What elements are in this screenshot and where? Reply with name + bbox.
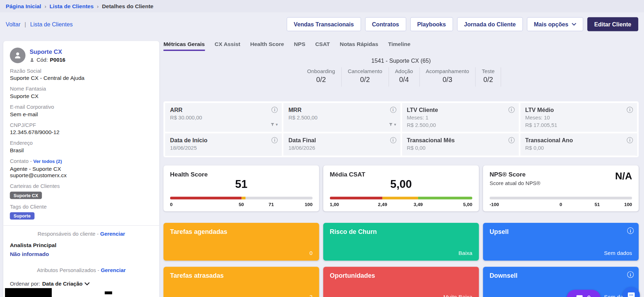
stage-label: Teste <box>482 68 495 74</box>
field-label: E-mail Corporativo <box>10 104 153 110</box>
info-icon[interactable]: i <box>508 107 514 113</box>
stage-label: Adoção <box>395 68 413 74</box>
card-tarefas-agendadas[interactable]: Tarefas agendadas 0 <box>163 223 319 261</box>
info-icon[interactable]: i <box>390 107 396 113</box>
mais-opcoes-button[interactable]: Mais opções <box>527 17 583 31</box>
filter-icon[interactable]: ▾ <box>389 122 396 127</box>
tab-timeline[interactable]: Timeline <box>388 41 411 51</box>
info-icon[interactable]: i <box>508 137 514 143</box>
stage-onboarding: Onboarding 0/2 <box>301 67 342 87</box>
gauge-title: NPS® Score <box>490 171 632 178</box>
metric-label: LTV Cliente <box>407 107 514 113</box>
tab-nps[interactable]: NPS <box>294 41 305 51</box>
metric-data-inicio: Data de Início 18/06/2025 i <box>165 133 282 155</box>
metric-label: Data Final <box>288 137 395 143</box>
field-label: CNPJ/CPF <box>10 122 153 128</box>
metric-label: MRR <box>288 107 395 113</box>
breadcrumb: Página Inicial › Lista de Clientes › Det… <box>0 0 644 12</box>
chat-launcher-button[interactable] <box>567 290 600 297</box>
metric-value: R$ 0,00 <box>407 145 514 151</box>
card-downsell[interactable]: Downsell i Sem dados <box>483 267 639 297</box>
gauge-tick: 1,00 <box>330 202 339 207</box>
breadcrumb-link-client-list[interactable]: Lista de Clientes <box>50 3 94 9</box>
info-icon[interactable]: i <box>627 137 633 143</box>
metric-value: R$ 17.005,51 <box>525 122 632 128</box>
metric-label: Transacional Ano <box>525 137 632 143</box>
stage-value: 0/2 <box>482 76 495 84</box>
analyst-value[interactable]: Não informado <box>10 251 153 257</box>
custom-attributes-manage-link[interactable]: Gerenciar <box>101 267 126 273</box>
gauge-bar <box>490 196 632 199</box>
gauge-tick: 0 <box>559 202 562 207</box>
jornada-cliente-button[interactable]: Jornada do Cliente <box>457 17 523 31</box>
journey-title: 1541 - Suporte CX (65) <box>371 57 431 64</box>
info-icon[interactable]: i <box>390 137 396 143</box>
tab-notas-rapidas[interactable]: Notas Rápidas <box>340 41 378 51</box>
editar-cliente-button[interactable]: Editar Cliente <box>587 17 638 31</box>
person-icon <box>13 51 22 60</box>
contact-see-all-link[interactable]: Ver todos (2) <box>33 159 62 164</box>
tab-cx-assist[interactable]: CX Assist <box>215 41 240 51</box>
contratos-button[interactable]: Contratos <box>365 17 406 31</box>
contact-name: Agente - Suporte CX <box>10 166 153 172</box>
gauge-ticks: 1,00 2,49 3,49 5,00 <box>330 202 472 208</box>
stage-acompanhamento: Acompanhamento 0/3 <box>420 67 476 87</box>
metric-ltv-medio: LTV Médio Meses: 10 R$ 17.005,51 i <box>520 103 637 132</box>
metric-transacional-ano: Transacional Ano R$ 0,00 i <box>520 133 637 155</box>
card-title: Upsell <box>490 228 632 236</box>
stage-label: Acompanhamento <box>426 68 469 74</box>
gauge-segment-yellow <box>382 196 418 199</box>
gauge-tick: 71 <box>269 202 274 207</box>
sort-by-value: Data de Criação <box>42 281 82 287</box>
tab-metricas-gerais[interactable]: Métricas Gerais <box>163 41 205 51</box>
field-label: Nome Fantasia <box>10 86 153 92</box>
csat-card: Média CSAT 5,00 1,00 2,49 3,49 5,00 <box>323 165 479 211</box>
card-value: Muito Baixa <box>443 294 472 297</box>
gauge-value: 51 <box>170 178 313 191</box>
gauge-tick: 2,49 <box>378 202 387 207</box>
card-upsell[interactable]: Upsell i Sem dados <box>483 223 639 261</box>
info-icon[interactable]: i <box>627 271 634 278</box>
info-icon[interactable]: i <box>627 107 633 113</box>
gauge-tick: -100 <box>490 202 499 207</box>
stage-label: Cancelamento <box>348 68 382 74</box>
responsibles-manage-link[interactable]: Gerenciar <box>100 231 125 237</box>
back-link[interactable]: Voltar <box>6 21 20 27</box>
client-name: Suporte CX <box>30 48 65 55</box>
tab-csat[interactable]: CSAT <box>315 41 330 51</box>
back-links: Voltar | Lista de Clientes <box>6 21 73 27</box>
metric-label: LTV Médio <box>525 107 632 113</box>
gauge-tick: 50 <box>239 202 244 207</box>
gauge-ticks: 0 50 71 100 <box>170 202 313 208</box>
card-risco-de-churn[interactable]: Risco de Churn Baixa <box>323 223 479 261</box>
summary-cards: Tarefas agendadas 0 Risco de Churn Baixa… <box>163 223 639 297</box>
stage-cancelamento: Cancelamento 0/2 <box>341 67 389 87</box>
metric-value: R$ 2.500,00 <box>288 114 395 121</box>
gauge-bar <box>330 196 472 199</box>
card-value: Sem dados <box>604 250 632 256</box>
client-identity: Suporte CX Cód: P0016 <box>30 48 65 63</box>
client-list-link[interactable]: Lista de Clientes <box>30 21 73 27</box>
metric-value: 18/06/2025 <box>170 145 277 151</box>
contact-label-row: Contato - Ver todos (2) <box>10 158 153 164</box>
tags-label: Tags do Cliente <box>10 204 153 210</box>
info-icon[interactable]: i <box>627 227 634 234</box>
metric-value: 18/06/2026 <box>288 145 395 151</box>
breadcrumb-link-home[interactable]: Página Inicial <box>6 3 41 9</box>
card-oportunidades[interactable]: Oportunidades Muito Baixa <box>323 267 479 297</box>
filter-icon[interactable]: ▾ <box>270 122 278 127</box>
vendas-transacionais-button[interactable]: Vendas Transacionais <box>287 17 361 31</box>
redacted-value <box>105 291 112 294</box>
card-title: Tarefas atrasadas <box>170 272 313 280</box>
gauge-segment-yellow <box>241 196 245 199</box>
gauge-subtitle: Score atual do NPS® <box>490 180 632 186</box>
breadcrumb-current: Detalhes do Cliente <box>102 3 153 9</box>
tab-health-score[interactable]: Health Score <box>250 41 284 51</box>
metric-label: ARR <box>170 107 277 113</box>
card-tarefas-atrasadas[interactable]: Tarefas atrasadas 2 <box>163 267 319 297</box>
playbooks-button[interactable]: Playbooks <box>410 17 453 31</box>
main-content: Métricas Gerais CX Assist Health Score N… <box>163 41 639 297</box>
field-value: 12.345.678/9000-12 <box>10 129 153 135</box>
sidebar-divider <box>3 225 159 226</box>
sort-by-row[interactable]: Ordenar por: Data de Criação <box>10 281 153 287</box>
